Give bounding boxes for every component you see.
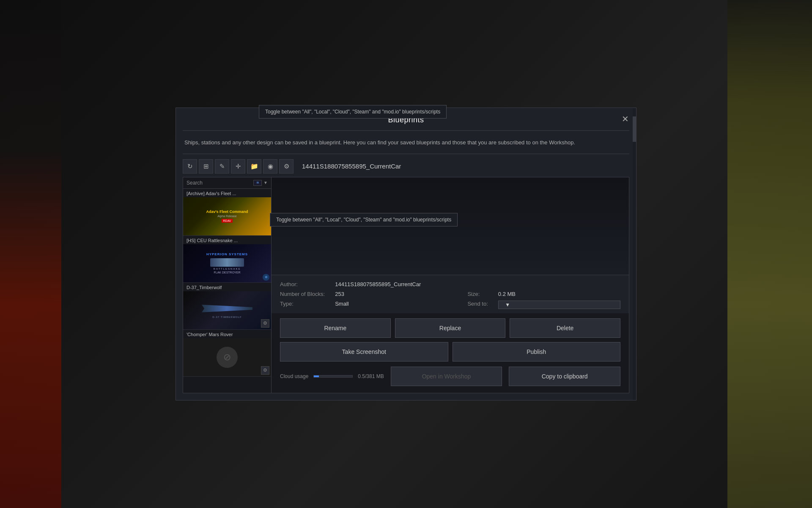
search-label: Search	[187, 180, 252, 186]
type-label: Type:	[280, 301, 325, 309]
refresh-button[interactable]: ↻	[183, 159, 197, 174]
size-label: Size:	[467, 291, 488, 297]
toolbar: ↻ ⊞ ✎ ✛ 📁 ◉ ⚙ 14411S188075855895_Current…	[176, 159, 636, 177]
blueprint-name: 14411S188075855895_CurrentCar	[302, 163, 401, 170]
steam-icon: ⊛	[263, 274, 269, 281]
new-button[interactable]: ✎	[215, 159, 229, 174]
modal-body: Search ≋ ▼ [Archive] Adav's Fleet ... Ad…	[176, 177, 636, 400]
action-row-2: Take Screenshot Publish	[280, 342, 620, 362]
blueprint-item-title: D-37_Timberwolf	[183, 283, 271, 291]
cloud-value: 0.5/381 MB	[358, 373, 384, 379]
desc-divider	[183, 154, 629, 154]
blocks-value: 253	[335, 291, 457, 297]
publish-button[interactable]: Publish	[453, 342, 621, 362]
folder-button[interactable]: 📁	[247, 159, 261, 174]
list-scrollbar[interactable]	[633, 108, 636, 400]
no-image-icon: ⊘	[217, 347, 238, 368]
blueprint-item-title: [Archive] Adav's Fleet ...	[183, 189, 271, 197]
blueprint-item-ceu[interactable]: [HS] CEU Rattlesnake ... HYPERION SYSTEM…	[183, 236, 271, 283]
blueprint-item-adav[interactable]: [Archive] Adav's Fleet ... Adav's Fleet …	[183, 189, 271, 236]
delete-button[interactable]: Delete	[510, 318, 620, 338]
scrollbar-thumb	[633, 116, 636, 142]
view-button[interactable]: ◉	[263, 159, 277, 174]
blueprint-thumbnail-chomper: ⊘ ⚙	[183, 338, 271, 376]
scripts-button[interactable]: ⊞	[199, 159, 213, 174]
chevron-down-icon: ▼	[505, 302, 510, 308]
blueprints-modal: ✕ Blueprints Ships, stations and any oth…	[176, 108, 636, 400]
cloud-bar	[313, 375, 353, 378]
send-to-value: ▼	[498, 301, 620, 309]
take-screenshot-button[interactable]: Take Screenshot	[280, 342, 448, 362]
blueprint-thumbnail-timberwolf: D-37 TIMBERWOLF ⚙	[183, 291, 271, 329]
info-panel: Author: 14411S188075855895_CurrentCar Nu…	[272, 275, 629, 313]
cloud-label: Cloud usage	[280, 373, 308, 379]
send-to-label: Send to:	[467, 301, 488, 309]
blocks-label: Number of Blocks:	[280, 291, 325, 297]
author-value: 14411S188075855895_CurrentCar	[335, 281, 620, 287]
blueprint-item-title: [HS] CEU Rattlesnake ...	[183, 236, 271, 244]
modal-overlay: ✕ Blueprints Ships, stations and any oth…	[0, 0, 812, 508]
modal-description: Ships, stations and any other design can…	[176, 131, 636, 154]
toolbar-tooltip: Toggle between "All", "Local", "Cloud", …	[259, 105, 447, 119]
blueprint-item-title: 'Chomper' Mars Rover	[183, 330, 271, 338]
open-in-workshop-button[interactable]: Open in Workshop	[391, 367, 502, 386]
item-settings-icon[interactable]: ⚙	[261, 366, 269, 375]
action-row-1: Rename Replace Delete	[280, 318, 620, 338]
size-value: 0.2 MB	[498, 291, 620, 297]
blueprint-thumbnail-adav: Adav's Fleet Command Alpha Release RDAV	[183, 197, 271, 235]
blueprint-thumbnail-ceu: HYPERION SYSTEMS RATTLESNAKE FLAK DESTRO…	[183, 244, 271, 282]
bottom-row: Cloud usage 0.5/381 MB Open in Workshop …	[272, 367, 629, 393]
settings-button[interactable]: ⚙	[279, 159, 294, 174]
replace-button[interactable]: Replace	[395, 318, 506, 338]
author-label: Author:	[280, 281, 325, 287]
rename-button[interactable]: Rename	[280, 318, 391, 338]
steam-badge: ≋	[253, 180, 262, 186]
type-value: Small	[335, 301, 457, 309]
content-panel: Author: 14411S188075855895_CurrentCar Nu…	[272, 177, 629, 393]
tooltip-overlay: Toggle between "All", "Local", "Cloud", …	[270, 213, 458, 226]
copy-to-clipboard-button[interactable]: Copy to clipboard	[509, 367, 620, 386]
cloud-bar-fill	[314, 375, 319, 377]
add-button[interactable]: ✛	[231, 159, 245, 174]
item-settings-icon[interactable]: ⚙	[261, 319, 269, 328]
blueprint-item-timberwolf[interactable]: D-37_Timberwolf D-37 TIMBERWOLF ⚙	[183, 283, 271, 330]
info-grid: Author: 14411S188075855895_CurrentCar Nu…	[280, 281, 620, 309]
action-buttons: Rename Replace Delete Take Screenshot Pu…	[272, 313, 629, 367]
send-to-dropdown[interactable]: ▼	[498, 301, 620, 309]
cloud-usage: Cloud usage 0.5/381 MB	[280, 373, 384, 379]
close-button[interactable]: ✕	[618, 112, 632, 126]
blueprint-item-chomper[interactable]: 'Chomper' Mars Rover ⊘ ⚙	[183, 330, 271, 377]
search-bar: Search ≋ ▼	[183, 177, 271, 189]
dropdown-arrow-icon: ▼	[263, 180, 268, 185]
blueprint-list-panel: Search ≋ ▼ [Archive] Adav's Fleet ... Ad…	[183, 177, 272, 393]
